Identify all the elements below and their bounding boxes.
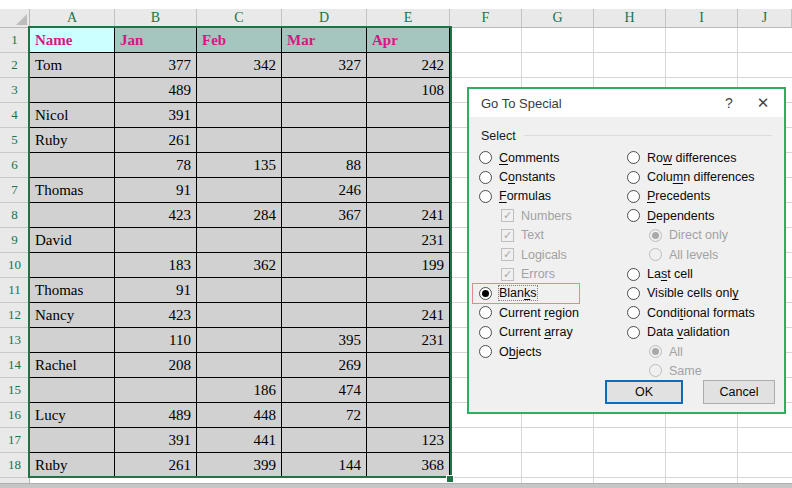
cell-A8[interactable] (30, 203, 115, 228)
row-header-18[interactable]: 18 (0, 453, 30, 478)
cell-C18[interactable]: 399 (197, 453, 282, 478)
cell-C2[interactable]: 342 (197, 53, 282, 78)
cell-C3[interactable] (197, 78, 282, 103)
fill-handle[interactable] (446, 475, 454, 483)
column-header-F[interactable]: F (450, 9, 522, 28)
row-header-2[interactable]: 2 (0, 53, 30, 78)
cell-D2[interactable]: 327 (282, 53, 367, 78)
cell-A6[interactable] (30, 153, 115, 178)
cell-B2[interactable]: 377 (115, 53, 197, 78)
cell-C1[interactable]: Feb (197, 28, 282, 53)
option-label-visible-cells-only[interactable]: Visible cells only (647, 286, 738, 300)
option-label-blanks[interactable]: Blanks (499, 286, 537, 300)
cell-D14[interactable]: 269 (282, 353, 367, 378)
cell-B10[interactable]: 183 (115, 253, 197, 278)
option-current-array[interactable]: Current array (479, 323, 627, 342)
row-header-13[interactable]: 13 (0, 328, 30, 353)
radio-comments[interactable] (479, 151, 492, 164)
cell-E4[interactable] (367, 103, 450, 128)
row-header-8[interactable]: 8 (0, 203, 30, 228)
cell-B3[interactable]: 489 (115, 78, 197, 103)
cell-A10[interactable] (30, 253, 115, 278)
cell-E2[interactable]: 242 (367, 53, 450, 78)
option-label-dependents[interactable]: Dependents (647, 209, 714, 223)
cell-E9[interactable]: 231 (367, 228, 450, 253)
cell-C17[interactable]: 441 (197, 428, 282, 453)
cell-C13[interactable] (197, 328, 282, 353)
cell-D15[interactable]: 474 (282, 378, 367, 403)
cell-C5[interactable] (197, 128, 282, 153)
option-objects[interactable]: Objects (479, 342, 627, 361)
cell-D18[interactable]: 144 (282, 453, 367, 478)
column-header-C[interactable]: C (197, 9, 282, 28)
cell-B11[interactable]: 91 (115, 278, 197, 303)
column-header-J[interactable]: J (738, 9, 792, 28)
option-label-last-cell[interactable]: Last cell (647, 267, 693, 281)
option-last-cell[interactable]: Last cell (627, 264, 784, 283)
radio-column-differences[interactable] (627, 171, 640, 184)
radio-last-cell[interactable] (627, 268, 640, 281)
dialog-titlebar[interactable]: Go To Special ? ✕ (469, 89, 784, 117)
row-header-3[interactable]: 3 (0, 78, 30, 103)
cell-A12[interactable]: Nancy (30, 303, 115, 328)
cell-A5[interactable]: Ruby (30, 128, 115, 153)
cell-D7[interactable]: 246 (282, 178, 367, 203)
cell-C12[interactable] (197, 303, 282, 328)
cell-A17[interactable] (30, 428, 115, 453)
cell-E6[interactable] (367, 153, 450, 178)
row-header-1[interactable]: 1 (0, 28, 30, 53)
cell-A13[interactable] (30, 328, 115, 353)
cell-E8[interactable]: 241 (367, 203, 450, 228)
option-column-differences[interactable]: Column differences (627, 167, 784, 186)
row-header-11[interactable]: 11 (0, 278, 30, 303)
cell-A2[interactable]: Tom (30, 53, 115, 78)
option-visible-cells-only[interactable]: Visible cells only (627, 284, 784, 303)
row-header-16[interactable]: 16 (0, 403, 30, 428)
option-label-formulas[interactable]: Formulas (499, 189, 551, 203)
cell-E15[interactable] (367, 378, 450, 403)
option-blanks[interactable]: Blanks (479, 284, 627, 303)
cell-E17[interactable]: 123 (367, 428, 450, 453)
cell-B18[interactable]: 261 (115, 453, 197, 478)
row-header-10[interactable]: 10 (0, 253, 30, 278)
cell-E10[interactable]: 199 (367, 253, 450, 278)
option-conditional-formats[interactable]: Conditional formats (627, 303, 784, 322)
radio-visible-cells-only[interactable] (627, 287, 640, 300)
cell-C7[interactable] (197, 178, 282, 203)
cell-E7[interactable] (367, 178, 450, 203)
option-label-data-validation[interactable]: Data validation (647, 325, 730, 339)
cell-D5[interactable] (282, 128, 367, 153)
radio-conditional-formats[interactable] (627, 306, 640, 319)
radio-formulas[interactable] (479, 190, 492, 203)
cell-B15[interactable] (115, 378, 197, 403)
close-icon[interactable]: ✕ (748, 89, 778, 117)
cell-D4[interactable] (282, 103, 367, 128)
cell-B5[interactable]: 261 (115, 128, 197, 153)
option-dependents[interactable]: Dependents (627, 206, 784, 225)
option-label-current-region[interactable]: Current region (499, 306, 579, 320)
cell-D12[interactable] (282, 303, 367, 328)
radio-constants[interactable] (479, 171, 492, 184)
radio-precedents[interactable] (627, 190, 640, 203)
cell-C10[interactable]: 362 (197, 253, 282, 278)
row-header-9[interactable]: 9 (0, 228, 30, 253)
option-label-current-array[interactable]: Current array (499, 325, 573, 339)
row-header-7[interactable]: 7 (0, 178, 30, 203)
radio-data-validation[interactable] (627, 326, 640, 339)
cell-D16[interactable]: 72 (282, 403, 367, 428)
cell-A9[interactable]: David (30, 228, 115, 253)
cell-E18[interactable]: 368 (367, 453, 450, 478)
option-comments[interactable]: Comments (479, 148, 627, 167)
select-all-corner[interactable] (0, 9, 30, 28)
option-label-constants[interactable]: Constants (499, 170, 555, 184)
row-header-6[interactable]: 6 (0, 153, 30, 178)
cell-A1[interactable]: Name (30, 28, 115, 53)
column-header-A[interactable]: A (30, 9, 115, 28)
cell-A11[interactable]: Thomas (30, 278, 115, 303)
cell-B1[interactable]: Jan (115, 28, 197, 53)
cell-C4[interactable] (197, 103, 282, 128)
radio-objects[interactable] (479, 345, 492, 358)
option-formulas[interactable]: Formulas (479, 187, 627, 206)
cell-B14[interactable]: 208 (115, 353, 197, 378)
cell-E12[interactable]: 241 (367, 303, 450, 328)
